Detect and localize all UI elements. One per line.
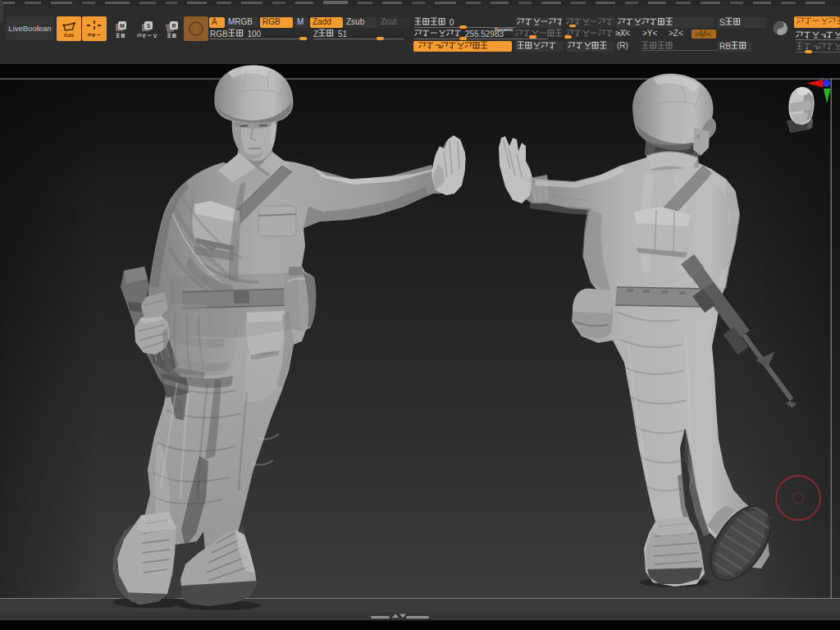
svg-text:R: R bbox=[171, 23, 176, 29]
svg-text:S: S bbox=[147, 23, 151, 29]
svg-text:M: M bbox=[120, 23, 125, 29]
svg-text:Edit: Edit bbox=[64, 33, 73, 38]
